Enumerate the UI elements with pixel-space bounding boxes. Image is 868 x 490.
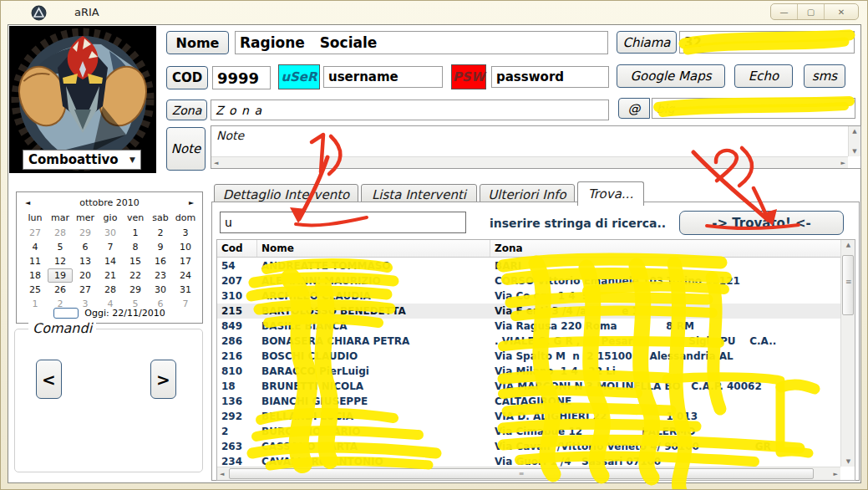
zona-input[interactable]: Z o n a xyxy=(211,100,609,120)
calendar-date[interactable]: 15 xyxy=(123,254,148,268)
table-horizontal-scrollbar[interactable]: ◄ ≡ ► xyxy=(217,467,840,480)
email-input[interactable]: big xyxy=(652,98,855,119)
calendar-date[interactable]: 22 xyxy=(123,268,148,283)
minimize-button[interactable]: — xyxy=(771,4,798,19)
ragione-sociale-input[interactable]: Ragione Sociale xyxy=(235,31,608,54)
calendar-date[interactable]: 21 xyxy=(98,268,123,283)
calendar-date[interactable]: 24 xyxy=(173,268,198,283)
calendar-date[interactable]: 27 xyxy=(73,283,98,297)
calendar-date[interactable]: 26 xyxy=(48,283,73,297)
calendar-date[interactable]: 31 xyxy=(173,283,198,297)
scroll-down-icon[interactable]: ▼ xyxy=(841,458,855,465)
calendar-date[interactable]: 4 xyxy=(23,240,48,254)
titlebar[interactable]: aRIA — ▢ ✕ xyxy=(1,1,867,24)
calendar-date[interactable]: 28 xyxy=(48,226,73,240)
calendar-date[interactable]: 18 xyxy=(23,268,48,283)
calendar-date[interactable]: 8 xyxy=(123,240,148,254)
phone-input[interactable]: 32 1 xyxy=(679,31,855,54)
trovato-button[interactable]: -> Trovato! <- xyxy=(679,211,844,235)
table-row[interactable]: 263CASSANO MARTAVia Cavali /Vittorio Ven… xyxy=(217,439,840,454)
calendar-date[interactable]: 23 xyxy=(148,268,173,283)
cod-input[interactable]: 9999 xyxy=(212,66,271,89)
table-cell: 2 xyxy=(217,424,257,439)
note-textarea[interactable]: Note ▲ ▼ ◄ ► xyxy=(211,125,861,169)
scroll-up-icon[interactable]: ▲ xyxy=(852,128,856,135)
table-row[interactable]: 286BONASERA CHIARA PETRA. VIALE G. G R ,… xyxy=(217,334,840,349)
next-record-button[interactable]: > xyxy=(150,360,176,399)
password-input[interactable]: password xyxy=(491,66,609,88)
table-row[interactable]: 292BELLANDI LUCIAVIA D. ALIGHIERI 22 1 0… xyxy=(217,409,840,424)
calendar-date[interactable]: 3 xyxy=(173,226,198,240)
calendar-selected-date[interactable]: 19 xyxy=(48,268,73,283)
table-row[interactable]: 234CAVALLARO ANTONIOVia Guori 1 /4 Sassa… xyxy=(217,454,840,467)
today-box[interactable] xyxy=(53,308,79,319)
chevron-down-icon: ▼ xyxy=(129,156,135,164)
nome-button[interactable]: Nome xyxy=(166,31,229,54)
column-header-nome[interactable]: Nome xyxy=(257,240,490,257)
google-maps-button[interactable]: Google Maps xyxy=(617,64,725,88)
calendar: ◄ ottobre 2010 ► lunmarmergiovensabdom 2… xyxy=(16,191,203,324)
calendar-date[interactable]: 6 xyxy=(73,240,98,254)
calendar-date[interactable]: 30 xyxy=(98,226,123,240)
scroll-right-icon[interactable]: ► xyxy=(841,160,845,166)
tab-trova[interactable]: Trova... xyxy=(577,181,644,206)
calendar-date[interactable]: 20 xyxy=(73,268,98,283)
combo-dropdown[interactable]: Comboattivo ▼ xyxy=(23,150,141,170)
table-row[interactable]: 810BARACCO PierLuigiVia Milano 1 4 22 Li xyxy=(217,364,840,379)
calendar-date[interactable]: 14 xyxy=(98,254,123,268)
username-input[interactable]: username xyxy=(323,66,443,88)
calendar-date[interactable]: 13 xyxy=(73,254,98,268)
calendar-date[interactable]: 7 xyxy=(98,240,123,254)
table-row[interactable]: 216BOSCHI CLAUDIOVia Spalto M n 2 15100 … xyxy=(217,349,840,364)
scroll-left-icon[interactable]: ◄ xyxy=(220,471,224,477)
calendar-next-icon[interactable]: ► xyxy=(185,199,197,207)
column-header-cod[interactable]: Cod xyxy=(217,240,257,257)
zona-button[interactable]: Zona xyxy=(166,100,207,120)
note-button[interactable]: Note xyxy=(166,127,206,171)
table-row[interactable]: 310ARCHILEO CLAUDIAVia Co om 1 4 5 9 xyxy=(217,288,840,304)
table-vertical-scrollbar[interactable]: ▲ ▼ xyxy=(840,240,855,467)
note-horizontal-scrollbar[interactable]: ◄ ► xyxy=(211,156,848,168)
calendar-date[interactable]: 25 xyxy=(23,283,48,297)
note-vertical-scrollbar[interactable]: ▲ ▼ xyxy=(848,126,860,156)
scroll-right-icon[interactable]: ► xyxy=(834,471,838,477)
sms-button[interactable]: sms xyxy=(804,64,845,88)
calendar-date[interactable]: 28 xyxy=(98,283,123,297)
calendar-date[interactable]: 16 xyxy=(148,254,173,268)
email-at-button[interactable]: @ xyxy=(618,98,650,119)
table-row[interactable]: 54ANDREATTE TOMMASOBARI xyxy=(217,258,840,273)
table-row[interactable]: 207ALEMANNI MAURIZIOCORSO Vittorio Emanu… xyxy=(217,273,840,288)
echo-button[interactable]: Echo xyxy=(734,64,793,88)
calendar-date[interactable]: 30 xyxy=(148,283,173,297)
calendar-date[interactable]: 11 xyxy=(23,254,48,268)
calendar-date[interactable]: 29 xyxy=(123,283,148,297)
table-row[interactable]: 18BRUNETTI NICOLAVIA MARCONI N 3 MOLINEL… xyxy=(217,379,840,394)
table-row[interactable]: 849BASILE BIANCAVia Ragusa 220 Roma 8 RM xyxy=(217,319,840,334)
calendar-date[interactable]: 29 xyxy=(73,226,98,240)
calendar-date[interactable]: 10 xyxy=(173,240,198,254)
table-row[interactable]: 215BARTOLOSSO BENEDETTAVia F enti 3 /4 /… xyxy=(217,304,840,319)
calendar-date[interactable]: 12 xyxy=(48,254,73,268)
calendar-date[interactable]: 17 xyxy=(173,254,198,268)
close-button[interactable]: ✕ xyxy=(825,4,858,19)
column-header-zona[interactable]: Zona xyxy=(490,240,840,257)
search-input[interactable]: u xyxy=(220,212,466,233)
table-row[interactable]: 2BURGARIO DARIOVia Cimabue 12 PALERMO xyxy=(217,424,840,439)
scroll-left-icon[interactable]: ◄ xyxy=(214,160,218,166)
scroll-up-icon[interactable]: ▲ xyxy=(841,242,855,248)
calendar-date[interactable]: 1 xyxy=(123,226,148,240)
scroll-down-icon[interactable]: ▼ xyxy=(852,148,856,155)
horizontal-scroll-thumb[interactable]: ≡ xyxy=(229,468,814,479)
calendar-date[interactable]: 9 xyxy=(148,240,173,254)
prev-record-button[interactable]: < xyxy=(36,360,62,399)
chiama-button[interactable]: Chiama xyxy=(617,31,677,54)
cod-button[interactable]: COD xyxy=(166,66,208,89)
calendar-date[interactable]: 27 xyxy=(23,226,48,240)
table-cell: 292 xyxy=(217,409,257,424)
calendar-date[interactable]: 2 xyxy=(148,226,173,240)
calendar-prev-icon[interactable]: ◄ xyxy=(22,199,33,207)
calendar-date[interactable]: 5 xyxy=(48,240,73,254)
vertical-scroll-thumb[interactable] xyxy=(842,255,854,315)
maximize-button[interactable]: ▢ xyxy=(798,4,825,19)
table-row[interactable]: 136BIANCHI GIUSEPPECALTAGIRONE xyxy=(217,394,840,409)
